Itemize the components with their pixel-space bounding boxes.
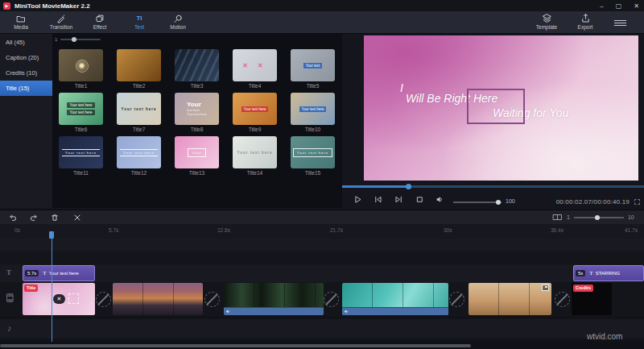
horizontal-scrollbar[interactable] <box>0 344 471 347</box>
video-clip-concert[interactable] <box>224 283 324 315</box>
video-clip-title-pink[interactable]: Title✕ <box>23 283 95 315</box>
preview-video[interactable]: I Will Be Right Here Waiting for You <box>364 35 638 181</box>
stop-icon[interactable] <box>415 195 424 204</box>
template-card[interactable]: Your text hereTitle11 <box>59 136 103 177</box>
fullscreen-icon[interactable] <box>634 198 641 206</box>
sidebar-item-credits[interactable]: Credits (10) <box>0 65 52 81</box>
next-frame-icon[interactable] <box>394 195 403 204</box>
text-clip[interactable]: 5.7sTYour text here <box>23 265 95 281</box>
tab-motion[interactable]: Motion <box>159 13 196 30</box>
template-card[interactable]: YourTitle13 <box>175 136 219 177</box>
template-card[interactable]: Title1 <box>59 49 103 89</box>
transition-overlay-icon[interactable]: ✕ <box>53 294 65 304</box>
template-overlay: Your text here <box>291 93 335 125</box>
template-thumbnail[interactable]: Your text here <box>117 136 161 168</box>
pan-zoom-icon[interactable] <box>542 285 549 291</box>
template-card[interactable]: Title2 <box>117 49 161 89</box>
template-card[interactable]: Your text hereTitle7 <box>117 93 161 133</box>
transition-icon[interactable] <box>555 292 570 307</box>
transition-icon[interactable] <box>96 292 111 307</box>
template-button[interactable]: Template <box>528 13 565 30</box>
split-icon[interactable] <box>72 213 82 222</box>
seek-bar[interactable] <box>342 185 644 188</box>
sidebar-item-title[interactable]: Title (15) <box>0 81 52 96</box>
template-thumbnail[interactable]: Your text here <box>233 93 277 125</box>
volume-icon[interactable] <box>436 195 444 204</box>
template-thumbnail[interactable]: Your <box>175 136 219 168</box>
zoom-handle[interactable] <box>595 215 600 220</box>
audio-strip[interactable] <box>342 307 448 315</box>
template-thumbnail[interactable]: Your text here <box>291 93 335 125</box>
template-card[interactable]: Your text hereTitle12 <box>117 136 161 177</box>
tab-media[interactable]: Media <box>2 13 39 30</box>
template-thumbnail[interactable] <box>175 49 219 81</box>
play-icon[interactable] <box>353 195 362 204</box>
text-clip[interactable]: 5sTSTARRING <box>573 265 644 281</box>
video-clip-credits[interactable]: Credits <box>572 283 612 315</box>
template-thumbnail[interactable]: Yourtext hereYour text here <box>175 93 219 125</box>
template-card[interactable]: Your text hereTitle10 <box>291 93 335 133</box>
template-thumbnail[interactable]: Your text hereYour text here <box>59 93 103 125</box>
template-card[interactable]: Your textTitle5 <box>291 49 335 89</box>
slider-min-label: 1 <box>55 37 57 42</box>
video-clip-desert[interactable] <box>469 283 551 315</box>
template-card[interactable]: Your text hereTitle15 <box>291 136 335 177</box>
template-card[interactable]: Title3 <box>175 49 219 89</box>
template-thumbnail[interactable]: ✕ ✕ <box>233 49 277 81</box>
redo-icon[interactable] <box>29 213 39 222</box>
thumb-text: Your text <box>303 63 323 69</box>
tab-transition[interactable]: Transition <box>43 13 80 30</box>
previous-frame-icon[interactable] <box>374 195 382 204</box>
transition-icon[interactable] <box>324 292 339 307</box>
template-card[interactable]: ✕ ✕Title4 <box>233 49 277 89</box>
thumbnail-size-slider[interactable]: 1 <box>55 37 101 42</box>
sidebar-item-caption[interactable]: Caption (20) <box>0 50 52 65</box>
template-thumbnail[interactable]: Your text here <box>291 136 335 168</box>
sidebar-item-all[interactable]: All (45) <box>0 35 52 50</box>
minimize-icon[interactable]: – <box>600 2 603 10</box>
audio-strip[interactable] <box>224 307 324 315</box>
text-selection-box[interactable] <box>467 89 525 124</box>
frame-separators <box>469 283 551 315</box>
template-thumbnail[interactable] <box>59 49 103 81</box>
template-overlay: Your <box>175 136 219 168</box>
thumb-text: Your <box>188 148 205 157</box>
volume-handle[interactable] <box>496 200 501 205</box>
tab-effect[interactable]: Effect <box>81 13 118 30</box>
tab-label: Motion <box>159 24 196 30</box>
timeline-ruler[interactable]: 0s5.7s12.8s21.7s30s36.4s41.7s <box>0 224 644 239</box>
template-thumbnail[interactable] <box>117 49 161 81</box>
template-card[interactable]: Your text hereTitle9 <box>233 93 277 133</box>
delete-icon[interactable] <box>50 213 60 222</box>
zoom-slider[interactable] <box>574 217 624 218</box>
transition-icon[interactable] <box>204 292 220 307</box>
template-thumbnail[interactable]: Your text here <box>117 93 161 125</box>
template-thumbnail[interactable]: Your text here <box>59 136 103 168</box>
template-thumbnail[interactable]: Your text here <box>233 136 277 168</box>
template-card[interactable]: Yourtext hereYour text hereTitle8 <box>175 93 219 133</box>
template-card[interactable]: Your text hereTitle14 <box>233 136 277 177</box>
seek-handle[interactable] <box>406 184 411 189</box>
undo-icon[interactable] <box>8 213 18 222</box>
volume-slider[interactable] <box>453 202 502 203</box>
template-card[interactable]: Your text hereYour text hereTitle6 <box>59 93 103 133</box>
template-overlay: Your text here <box>233 136 277 168</box>
export-button[interactable]: Export <box>567 13 604 30</box>
video-clip-sunset[interactable] <box>113 283 203 315</box>
timecode: 00:00:02.07/00:00:40.19 <box>556 198 630 206</box>
restore-icon[interactable]: ▢ <box>616 2 622 10</box>
close-icon[interactable]: ✕ <box>634 2 639 10</box>
menu-icon[interactable] <box>614 19 626 27</box>
fit-timeline-icon[interactable] <box>552 213 563 222</box>
template-thumbnail[interactable]: Your text <box>291 49 335 81</box>
empty-track-row-2 <box>0 251 644 264</box>
transition-icon[interactable] <box>449 292 464 307</box>
selection-square-icon <box>68 293 79 304</box>
thumb-text: Your text here <box>62 149 100 156</box>
tab-text[interactable]: TIText <box>121 13 158 30</box>
slider-track[interactable] <box>60 39 101 40</box>
video-clip-waves[interactable] <box>342 283 448 315</box>
slider-handle[interactable] <box>72 37 76 42</box>
template-overlay: Your text hereYour text here <box>59 93 103 125</box>
playhead-line[interactable] <box>52 231 52 342</box>
